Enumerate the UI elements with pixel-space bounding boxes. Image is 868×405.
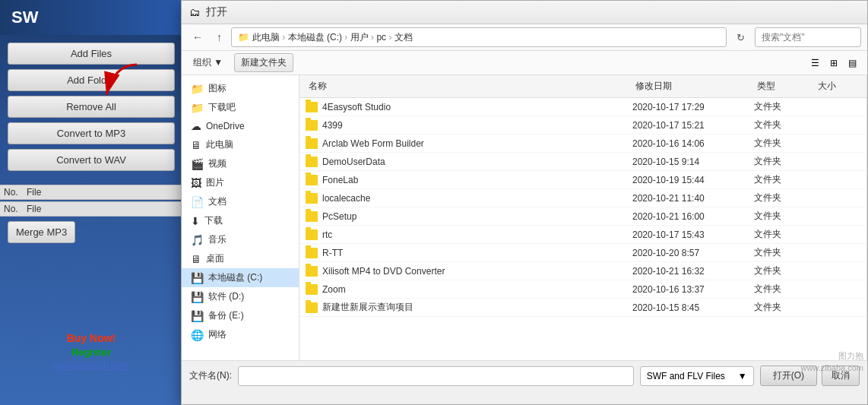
file-type-10: 文件夹 — [754, 283, 815, 296]
dialog-second-toolbar: 组织 ▼ 新建文件夹 ☰ ⊞ ▤ — [182, 51, 867, 75]
search-input[interactable] — [755, 27, 861, 47]
view-buttons: ☰ ⊞ ▤ — [806, 55, 861, 71]
view-detail-button[interactable]: ▤ — [844, 55, 861, 71]
col-size[interactable]: 大小 — [815, 78, 860, 94]
file-name-text-9: Xilisoft MP4 to DVD Converter — [322, 266, 445, 277]
table-row[interactable]: R-TT 2020-10-20 8:57 文件夹 — [299, 244, 866, 262]
file-date-11: 2020-10-15 8:45 — [632, 302, 754, 313]
sidebar-label-2: OneDrive — [206, 121, 245, 131]
file-name-cell-10: Zoom — [306, 284, 632, 295]
file-type-11: 文件夹 — [754, 301, 815, 314]
table-row[interactable]: FoneLab 2020-10-19 15:44 文件夹 — [299, 171, 866, 189]
table-row[interactable]: PcSetup 2020-10-21 16:00 文件夹 — [299, 207, 866, 226]
add-folder-button[interactable]: Add Folder — [8, 69, 175, 91]
file-name-text-5: localecache — [322, 193, 370, 204]
sidebar-item-3[interactable]: 🖥此电脑 — [182, 135, 299, 154]
merge-mp3-button[interactable]: Merge MP3 — [8, 221, 75, 243]
col-type[interactable]: 类型 — [754, 78, 815, 94]
sidebar-icon-6: 📄 — [191, 196, 204, 208]
file-date-4: 2020-10-19 15:44 — [632, 175, 754, 185]
file-type-1: 文件夹 — [754, 119, 815, 131]
convert-mp3-button[interactable]: Convert to MP3 — [8, 122, 175, 144]
filetype-label: SWF and FLV Files — [647, 371, 725, 381]
sidebar-item-8[interactable]: 🎵音乐 — [182, 230, 299, 249]
sidebar-item-4[interactable]: 🎬视频 — [182, 154, 299, 173]
file-type-0: 文件夹 — [754, 100, 815, 113]
remove-all-button[interactable]: Remove All — [8, 96, 175, 118]
new-folder-button[interactable]: 新建文件夹 — [234, 53, 293, 72]
refresh-button[interactable]: ↻ — [731, 29, 750, 46]
sidebar-label-10: 本地磁盘 (C:) — [208, 271, 262, 284]
address-bar[interactable]: 📁 此电脑 › 本地磁盘 (C:) › 用户 › pc › 文档 — [231, 27, 727, 47]
dialog-toolbar: ← ↑ 📁 此电脑 › 本地磁盘 (C:) › 用户 › pc › 文档 ↻ — [182, 24, 867, 51]
sidebar-item-12[interactable]: 💾备份 (E:) — [182, 306, 299, 325]
table-row[interactable]: Arclab Web Form Builder 2020-10-16 14:06… — [299, 134, 866, 153]
filetype-dropdown[interactable]: SWF and FLV Files ▼ — [640, 366, 754, 386]
dialog-content: 📁图标📁下载吧☁OneDrive🖥此电脑🎬视频🖼图片📄文档⬇下载🎵音乐🖥桌面💾本… — [182, 75, 867, 360]
col-no2: No. — [4, 204, 27, 214]
file-name-text-0: 4Easysoft Studio — [322, 102, 391, 112]
table-row[interactable]: 4Easysoft Studio 2020-10-17 17:29 文件夹 — [299, 98, 866, 116]
file-table-header2: No. File — [0, 201, 182, 217]
file-type-7: 文件夹 — [754, 228, 815, 241]
sidebar-item-10[interactable]: 💾本地磁盘 (C:) — [182, 268, 299, 287]
sidebar-item-2[interactable]: ☁OneDrive — [182, 117, 299, 135]
buy-section: Buy Now! Register www.hootech.com — [0, 328, 182, 375]
file-date-5: 2020-10-21 11:40 — [632, 193, 754, 204]
website-link[interactable]: www.hootech.com — [4, 360, 179, 371]
table-row[interactable]: 新建世新展示查询项目 2020-10-15 8:45 文件夹 — [299, 299, 866, 317]
sidebar-label-4: 视频 — [208, 157, 227, 170]
sidebar-item-11[interactable]: 💾软件 (D:) — [182, 287, 299, 306]
app-panel: SW Add Files Add Folder Remove All Conve… — [0, 0, 182, 405]
dropdown-arrow-icon: ▼ — [738, 371, 747, 381]
table-row[interactable]: 4399 2020-10-17 15:21 文件夹 — [299, 116, 866, 134]
table-row[interactable]: Xilisoft MP4 to DVD Converter 2020-10-21… — [299, 262, 866, 280]
folder-icon-7 — [306, 229, 318, 240]
table-row[interactable]: DemoUserData 2020-10-15 9:14 文件夹 — [299, 153, 866, 171]
folder-icon-9 — [306, 266, 318, 277]
file-date-6: 2020-10-21 16:00 — [632, 211, 754, 222]
table-row[interactable]: rtc 2020-10-17 15:43 文件夹 — [299, 226, 866, 244]
table-row[interactable]: localecache 2020-10-21 11:40 文件夹 — [299, 189, 866, 207]
table-row[interactable]: Zoom 2020-10-16 13:37 文件夹 — [299, 280, 866, 299]
file-type-6: 文件夹 — [754, 210, 815, 223]
file-type-3: 文件夹 — [754, 155, 815, 168]
sidebar-item-13[interactable]: 🌐网络 — [182, 325, 299, 344]
convert-wav-button[interactable]: Convert to WAV — [8, 149, 175, 171]
watermark: 图力抱 www.zlbaba.com — [800, 350, 863, 374]
sidebar-item-9[interactable]: 🖥桌面 — [182, 249, 299, 268]
view-list-button[interactable]: ☰ — [806, 55, 824, 71]
file-table-header: No. File — [0, 185, 182, 200]
add-files-button[interactable]: Add Files — [8, 43, 175, 65]
file-name-cell-11: 新建世新展示查询项目 — [306, 301, 632, 314]
sidebar-item-0[interactable]: 📁图标 — [182, 79, 299, 98]
view-grid-button[interactable]: ⊞ — [825, 55, 842, 71]
folder-icon-10 — [306, 284, 318, 295]
sidebar-label-12: 备份 (E:) — [208, 309, 244, 322]
dialog-title-text: 打开 — [206, 5, 227, 19]
sidebar-label-5: 图片 — [206, 176, 224, 189]
file-name-cell-5: localecache — [306, 193, 632, 204]
up-button[interactable]: ↑ — [212, 28, 227, 46]
sidebar-label-6: 文档 — [208, 195, 227, 208]
filename-input[interactable] — [238, 366, 634, 386]
organize-button[interactable]: 组织 ▼ — [188, 53, 228, 72]
register-link[interactable]: Register — [4, 346, 179, 358]
back-button[interactable]: ← — [188, 28, 207, 46]
dialog-title-icon: 🗂 — [189, 6, 200, 18]
sidebar-icon-12: 💾 — [191, 310, 204, 322]
col-file2: File — [27, 204, 41, 214]
file-name-cell-3: DemoUserData — [306, 157, 632, 167]
sidebar-label-0: 图标 — [208, 82, 227, 95]
buy-now-link[interactable]: Buy Now! — [4, 332, 179, 344]
app-table-area: No. File No. File — [0, 185, 182, 217]
file-name-cell-7: rtc — [306, 229, 632, 240]
sidebar-item-7[interactable]: ⬇下载 — [182, 211, 299, 230]
col-date[interactable]: 修改日期 — [632, 78, 754, 94]
file-list-header: 名称 修改日期 类型 大小 — [299, 75, 866, 98]
sidebar-item-6[interactable]: 📄文档 — [182, 192, 299, 211]
col-name[interactable]: 名称 — [306, 78, 632, 94]
sidebar-item-5[interactable]: 🖼图片 — [182, 173, 299, 192]
sidebar-item-1[interactable]: 📁下载吧 — [182, 98, 299, 117]
file-type-2: 文件夹 — [754, 137, 815, 150]
